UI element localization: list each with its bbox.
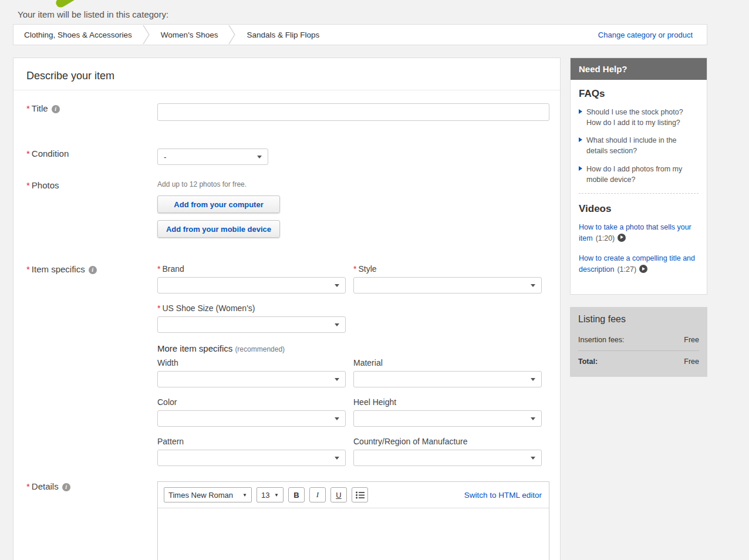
photos-label: *Photos bbox=[26, 180, 59, 190]
required-asterisk: * bbox=[26, 180, 30, 190]
video-duration: (1:27) bbox=[617, 265, 636, 274]
faq-bullet-icon bbox=[579, 137, 582, 142]
country-label: Country/Region of Manufacture bbox=[353, 437, 542, 446]
info-icon[interactable]: i bbox=[62, 483, 70, 491]
dropdown-arrow-icon bbox=[531, 284, 535, 287]
brand-label: *Brand bbox=[157, 264, 346, 274]
listing-fees-title: Listing fees bbox=[578, 314, 699, 325]
insertion-fees-label: Insertion fees: bbox=[578, 336, 625, 344]
videos-title: Videos bbox=[579, 203, 699, 215]
category-note: Your item will be listed in this categor… bbox=[18, 9, 168, 19]
editor-toolbar: Times New Roman▼ 13▼ B I U Switch to HTM… bbox=[158, 482, 549, 508]
faqs-title: FAQs bbox=[579, 88, 699, 100]
info-icon[interactable]: i bbox=[52, 105, 60, 113]
dropdown-arrow-icon bbox=[335, 284, 339, 287]
details-row: *Detailsi Times New Roman▼ 13▼ B I U bbox=[14, 481, 560, 560]
faq-link-mobile-photos[interactable]: How do I add photos from my mobile devic… bbox=[579, 164, 699, 185]
optional-specifics-grid: Width Material Color Heel Height Pattern bbox=[157, 358, 547, 466]
faq-link-stock-photo[interactable]: Should I use the stock photo? How do I a… bbox=[579, 107, 699, 128]
info-icon[interactable]: i bbox=[89, 266, 97, 274]
video-link-photo-that-sells[interactable]: How to take a photo that sells your item… bbox=[579, 222, 699, 244]
dropdown-arrow-icon bbox=[257, 156, 262, 158]
bullet-list-icon bbox=[356, 491, 365, 499]
need-help-header: Need Help? bbox=[571, 58, 707, 80]
breadcrumb: Clothing, Shoes & Accessories Women's Sh… bbox=[13, 24, 707, 45]
bullet-list-button[interactable] bbox=[352, 487, 368, 502]
empty-cell bbox=[353, 303, 542, 333]
material-field: Material bbox=[353, 358, 542, 387]
editor-content-area[interactable] bbox=[158, 508, 549, 560]
title-label: *Titlei bbox=[26, 103, 60, 113]
add-from-mobile-button[interactable]: Add from your mobile device bbox=[157, 220, 280, 238]
dropdown-arrow-icon bbox=[531, 378, 535, 381]
faq-bullet-icon bbox=[579, 166, 582, 171]
add-from-computer-button[interactable]: Add from your computer bbox=[157, 195, 280, 213]
material-select[interactable] bbox=[353, 371, 542, 387]
pattern-field: Pattern bbox=[157, 437, 346, 466]
listing-fees-box: Listing fees Insertion fees: Free Total:… bbox=[570, 307, 707, 377]
condition-label: *Condition bbox=[26, 149, 69, 158]
italic-button[interactable]: I bbox=[309, 487, 326, 502]
breadcrumb-item-subcategory: Women's Shoes bbox=[150, 31, 229, 39]
country-select[interactable] bbox=[353, 450, 542, 466]
insertion-fees-row: Insertion fees: Free bbox=[578, 333, 699, 347]
dropdown-arrow-icon: ▼ bbox=[274, 492, 279, 498]
more-specifics-heading: More item specifics(recommended) bbox=[157, 343, 547, 353]
dropdown-arrow-icon bbox=[335, 457, 339, 460]
item-specifics-row: *Item specificsi *Brand *Style *US Shoe … bbox=[14, 264, 560, 466]
color-field: Color bbox=[157, 397, 346, 427]
required-specifics-grid: *Brand *Style *US Shoe Size (Women's) bbox=[157, 264, 547, 333]
section-divider bbox=[579, 193, 699, 194]
video-duration: (1:20) bbox=[596, 234, 615, 242]
dropdown-arrow-icon bbox=[531, 457, 535, 460]
pattern-label: Pattern bbox=[157, 437, 346, 446]
title-row: *Titlei bbox=[14, 103, 560, 121]
photos-note: Add up to 12 photos for free. bbox=[157, 180, 547, 188]
condition-select[interactable]: - bbox=[157, 149, 268, 165]
play-icon[interactable] bbox=[639, 265, 647, 273]
shoe-size-label: *US Shoe Size (Women's) bbox=[157, 303, 346, 313]
brand-field: *Brand bbox=[157, 264, 346, 294]
style-field: *Style bbox=[353, 264, 542, 294]
condition-value: - bbox=[164, 153, 167, 161]
brand-select[interactable] bbox=[157, 277, 346, 294]
material-label: Material bbox=[353, 358, 542, 367]
item-specifics-label: *Item specificsi bbox=[26, 264, 97, 274]
color-select[interactable] bbox=[157, 410, 346, 427]
shoe-size-select[interactable] bbox=[157, 316, 346, 333]
width-label: Width bbox=[157, 358, 346, 367]
dropdown-arrow-icon bbox=[335, 323, 339, 326]
details-label: *Detailsi bbox=[26, 481, 70, 491]
video-link-compelling-title[interactable]: How to create a compelling title and des… bbox=[579, 253, 699, 275]
play-icon[interactable] bbox=[618, 234, 626, 242]
dropdown-arrow-icon bbox=[335, 417, 339, 420]
style-label: *Style bbox=[353, 264, 542, 274]
change-category-link[interactable]: Change category or product bbox=[598, 31, 693, 39]
underline-button[interactable]: U bbox=[330, 487, 347, 502]
total-value: Free bbox=[684, 357, 699, 366]
title-input[interactable] bbox=[157, 103, 549, 121]
heel-height-select[interactable] bbox=[353, 410, 542, 427]
pattern-select[interactable] bbox=[157, 450, 346, 466]
required-asterisk: * bbox=[26, 264, 30, 274]
switch-html-editor-link[interactable]: Switch to HTML editor bbox=[464, 491, 542, 500]
bold-button[interactable]: B bbox=[288, 487, 305, 502]
font-size-select[interactable]: 13▼ bbox=[257, 487, 284, 502]
faq-bullet-icon bbox=[579, 109, 582, 114]
faq-link-details-section[interactable]: What should I include in the details sec… bbox=[579, 135, 699, 156]
style-select[interactable] bbox=[353, 277, 542, 294]
width-field: Width bbox=[157, 358, 346, 387]
breadcrumb-item-leaf: Sandals & Flip Flops bbox=[236, 31, 330, 39]
panel-heading: Describe your item bbox=[14, 58, 560, 90]
font-family-select[interactable]: Times New Roman▼ bbox=[164, 487, 252, 502]
width-select[interactable] bbox=[157, 371, 346, 387]
dropdown-arrow-icon bbox=[531, 417, 535, 420]
need-help-box: Need Help? FAQs Should I use the stock p… bbox=[570, 58, 707, 295]
recommended-note: (recommended) bbox=[235, 345, 285, 353]
description-editor: Times New Roman▼ 13▼ B I U Switch to HTM… bbox=[157, 481, 549, 560]
need-help-body: FAQs Should I use the stock photo? How d… bbox=[571, 80, 707, 294]
photos-row: *Photos Add up to 12 photos for free. Ad… bbox=[14, 180, 560, 238]
main-content: Describe your item *Titlei *Condition - … bbox=[13, 58, 707, 560]
sidebar: Need Help? FAQs Should I use the stock p… bbox=[570, 58, 707, 377]
shoe-size-field: *US Shoe Size (Women's) bbox=[157, 303, 346, 333]
